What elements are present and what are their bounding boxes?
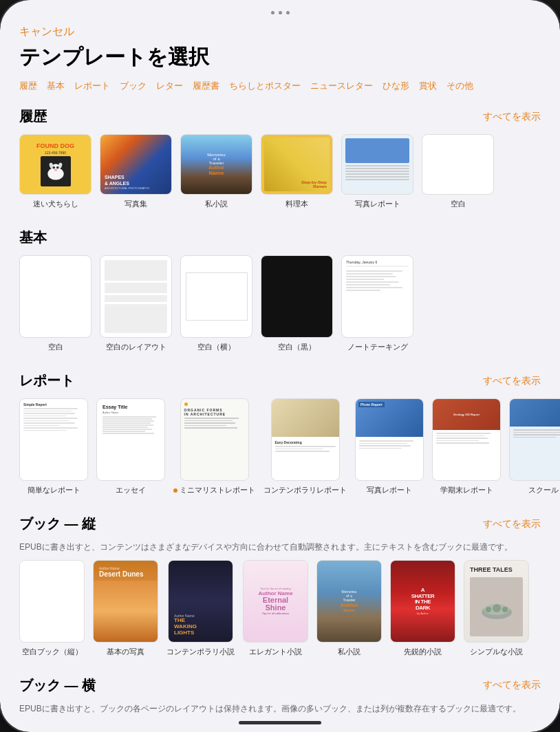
nav-item-report[interactable]: レポート [74,80,110,92]
sr-line [436,442,489,444]
nav-item-resume[interactable]: 履歴書 [193,80,219,92]
template-item-book-desert[interactable]: Author Name Desert Dunes 基本の写真 [93,560,158,657]
nav-item-other[interactable]: その他 [446,80,473,92]
template-item-blank-layout[interactable]: 空白のレイアウト [100,255,172,352]
template-item-photo-report-hist[interactable]: 写真レポート [341,134,413,209]
photo-report-line [345,179,409,180]
nav-item-newsletter[interactable]: ニュースレター [310,80,373,92]
nav-item-history[interactable]: 履歴 [19,80,37,92]
template-thumb-blank-basic [19,255,91,338]
template-thumb-minimalist: ORGANIC FORMSIN ARCHITECTURE [180,398,249,481]
template-item-three-tales[interactable]: THREE TALES シンプル [464,560,529,657]
ramen-text: Step-by-StepRamen [301,180,327,189]
nav-item-book[interactable]: ブック [120,80,147,92]
template-item-notetaking[interactable]: Thursday, January 6 [341,255,413,352]
cr-line [275,446,336,447]
template-item-blank-hist[interactable]: 空白 [422,134,494,209]
layout-block-4 [105,304,167,333]
template-thumb-photo-report2: Photo Report [355,398,424,481]
template-label-essay: エッセイ [116,485,146,495]
template-thumb-contemporary-report: Easy Decorating [271,398,340,481]
cr-img [272,399,339,437]
school-line [513,429,560,431]
template-item-eternal-shine[interactable]: Tips for the art of reading Author Name … [243,560,308,657]
template-thumb-three-tales: THREE TALES [464,560,529,643]
shapes-text: SHAPES& ANGLES [105,175,167,186]
template-row-history: FOUND DOG 123-456-7890 [19,134,541,209]
section-header-book-landscape: ブック — 横 すべてを表示 [19,676,541,695]
template-item-ramen[interactable]: Step-by-StepRamen 料理本 [261,134,333,209]
found-dog-header: FOUND DOG [36,143,74,149]
template-thumb-essay: Essay Title Author Name [96,398,165,481]
template-item-blank-landscape[interactable]: 空白（横） [180,255,252,352]
template-item-photo-report2[interactable]: Photo Report 写真レポート [355,398,424,495]
cancel-button[interactable]: キャンセル [19,25,74,39]
template-item-contemporary-report[interactable]: Easy Decorating コンテンポラリレポート [263,398,347,495]
essay-author: Author Name [103,411,159,414]
nav-item-award[interactable]: 賞状 [419,80,437,92]
template-item-memories-book[interactable]: Memories of a Traveler Author Name 私小説 [316,560,382,657]
nav-item-form[interactable]: ひな形 [383,80,409,92]
template-item-memories[interactable]: Memories of a Traveler Author Name 私小説 [180,134,252,209]
top-bar-dots [271,11,290,14]
template-item-found-dog[interactable]: FOUND DOG 123-456-7890 [19,134,91,209]
nt-text-line [346,273,393,274]
nt-text-line [346,279,384,280]
template-label-semester: 学期末レポート [440,485,493,495]
rs-line [23,413,75,414]
template-item-blank-black[interactable]: 空白（黒） [261,255,333,352]
template-item-minimalist[interactable]: ORGANIC FORMSIN ARCHITECTURE ミニマリストレポート [173,398,255,495]
nt-text-line [346,281,399,283]
essay-line [103,416,156,418]
template-label-contemporary-report: コンテンポラリレポート [263,485,347,495]
section-title-basic: 基本 [19,228,47,247]
section-book-landscape: ブック — 横 すべてを表示 EPUBに書き出すと、ブックの各ページのレイアウト… [19,676,541,713]
minimalist-label-text: ミニマリストレポート [180,486,255,494]
category-nav: 履歴 基本 レポート ブック レター 履歴書 ちらしとポスター ニュースレター … [19,80,541,92]
mr-lines [184,418,245,429]
template-item-shapes[interactable]: SHAPES& ANGLES ARCHITECTURAL PHOTOGRAPHY… [100,134,172,209]
template-item-book-blank[interactable]: 空白ブック（縦） [19,560,85,657]
show-all-history[interactable]: すべてを表示 [483,111,541,123]
section-basic: 基本 空白 空白のレイアウト [19,228,541,352]
nav-item-letter[interactable]: レター [156,80,183,92]
bd-title: Desert Dunes [99,570,152,578]
sr-top: Geology 101 Report [433,399,500,430]
svg-point-10 [486,607,491,612]
template-item-shatter-dark[interactable]: ASHATTERIN THEDARK by Author 先鋭的小説 [390,560,455,657]
template-label-photo-report-hist: 写真レポート [355,199,400,209]
photo-report-line [345,168,409,169]
template-item-semester[interactable]: Geology 101 Report 学期末レポート [432,398,501,495]
template-item-blank-basic[interactable]: 空白 [19,255,91,352]
landscape-inner [186,272,248,321]
template-label-blank-basic: 空白 [48,342,63,352]
show-all-report[interactable]: すべてを表示 [483,375,541,387]
template-item-essay[interactable]: Essay Title Author Name [96,398,165,495]
nt-text-line [346,276,396,277]
found-dog-sub: 123-456-7890 [45,151,66,155]
photo-report-line [345,165,409,166]
template-item-waking-lights[interactable]: Author Name THEWAKINGLIGHTS コンテンポラリ小説 [166,560,235,657]
nav-item-flyer[interactable]: ちらしとポスター [229,80,301,92]
pr2-top: Photo Report [356,399,423,437]
pr2-line [359,448,402,449]
nav-item-basic[interactable]: 基本 [47,80,65,92]
svg-point-5 [56,166,58,169]
mr-dot [184,402,188,406]
template-item-school[interactable]: スクール [509,398,560,495]
show-all-book-landscape[interactable]: すべてを表示 [483,679,541,691]
top-bar [0,0,560,25]
template-thumb-memories-book: Memories of a Traveler Author Name [316,560,382,643]
template-thumb-book-blank [19,560,85,643]
rs-line [23,427,78,429]
show-all-book-portrait[interactable]: すべてを表示 [483,518,541,530]
rs-line [23,416,66,417]
template-thumb-shapes: SHAPES& ANGLES ARCHITECTURAL PHOTOGRAPHY [100,134,172,195]
essay-line [103,424,153,426]
book-landscape-description: EPUBに書き出すと、ブックの各ページのレイアウトは保持されます。画像の多いブッ… [19,703,541,713]
sr-line [436,440,479,442]
template-thumb-photo-report-hist [341,134,413,195]
school-line [513,432,560,433]
template-item-report-simple[interactable]: Simple Report [19,398,88,495]
template-label-book-desert: 基本の写真 [107,647,144,657]
